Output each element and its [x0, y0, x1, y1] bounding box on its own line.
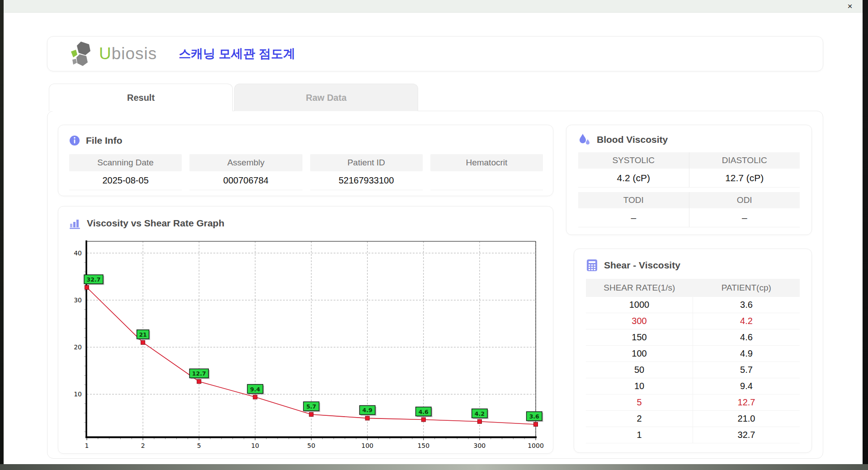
chart-marker [141, 340, 145, 344]
chart-marker [85, 286, 89, 290]
desktop-edge-left [0, 0, 4, 470]
patient-cell: 9.4 [693, 378, 800, 394]
blood-viscosity-header: Blood Viscosity [578, 133, 800, 146]
shear-rate-cell: 50 [586, 362, 693, 378]
blood-viscosity-cell-label: DIASTOLIC [689, 152, 800, 169]
shear-table-row: 505.7 [586, 362, 800, 378]
shear-viscosity-header: Shear - Viscosity [586, 259, 800, 272]
chart-x-tick-label: 50 [307, 442, 316, 449]
blood-viscosity-gap [578, 188, 800, 192]
ubiosis-logo-icon [68, 40, 96, 67]
patient-cell: 4.2 [693, 313, 800, 329]
shear-rate-cell: 5 [586, 395, 693, 410]
file-info-field: Assembly000706784 [189, 154, 302, 190]
file-info-field-value [430, 171, 543, 190]
shear-table-header-cell: SHEAR RATE(1/s) [586, 279, 693, 297]
shear-rate-cell: 150 [586, 329, 693, 345]
shear-table-row: 3004.2 [586, 313, 800, 329]
file-info-field: Scanning Date2025-08-05 [69, 154, 182, 190]
patient-cell: 4.6 [693, 329, 800, 345]
patient-cell: 12.7 [693, 395, 800, 410]
chart-x-tick-label: 10 [251, 442, 259, 449]
shear-rate-cell: 10 [586, 378, 693, 394]
shear-table-row: 512.7 [586, 395, 800, 411]
chart-marker [421, 418, 425, 422]
chart-point-label: 9.4 [250, 386, 260, 393]
blood-viscosity-value-row: 4.2 (cP)12.7 (cP) [578, 169, 800, 188]
chart-y-tick-label: 20 [74, 343, 82, 351]
patient-cell: 21.0 [693, 411, 800, 427]
file-info-field: Patient ID52167933100 [310, 154, 423, 190]
file-info-fields: Scanning Date2025-08-05Assembly000706784… [69, 154, 543, 190]
chart-point-label: 5.7 [306, 403, 316, 410]
chart-x-tick-label: 2 [141, 442, 145, 449]
chart-point-label: 4.2 [475, 410, 485, 417]
window-close-button[interactable]: × [844, 0, 856, 12]
logo-text-u: U [99, 44, 112, 63]
bar-chart-icon [69, 217, 81, 229]
tab-result[interactable]: Result [49, 84, 233, 111]
chart-y-tick-label: 10 [74, 390, 82, 398]
chart-point-label: 4.9 [363, 407, 373, 414]
chart-marker [253, 395, 257, 399]
file-info-title: File Info [86, 135, 123, 146]
ubiosis-logo: Ubiosis [68, 40, 157, 67]
chart-marker [197, 380, 201, 384]
shear-table-row: 1004.9 [586, 346, 800, 362]
blood-viscosity-cell-label: SYSTOLIC [578, 152, 689, 169]
shear-table-header-row: SHEAR RATE(1/s)PATIENT(cp) [586, 279, 800, 297]
chart-marker [365, 416, 369, 420]
blood-viscosity-cell-value: – [578, 208, 689, 227]
blood-viscosity-cell-label: TODI [578, 192, 689, 208]
window-titlebar: × [4, 0, 863, 13]
shear-table-header-cell: PATIENT(cp) [693, 279, 800, 297]
blood-viscosity-card: Blood Viscosity SYSTOLICDIASTOLIC4.2 (cP… [566, 125, 812, 235]
shear-viscosity-table: SHEAR RATE(1/s)PATIENT(cp)10003.63004.21… [586, 279, 800, 443]
shear-table-row: 221.0 [586, 411, 800, 427]
file-info-field-label: Hematocrit [430, 154, 543, 171]
app-title: 스캐닝 모세관 점도계 [179, 46, 295, 62]
tab-raw-data[interactable]: Raw Data [234, 84, 418, 111]
chart-marker [477, 419, 481, 423]
tab-bar: Result Raw Data [49, 84, 418, 111]
blood-viscosity-label-row: SYSTOLICDIASTOLIC [578, 152, 800, 169]
logo-text-rest: biosis [112, 44, 157, 63]
shear-rate-cell: 2 [586, 411, 693, 427]
app-window: × Ubiosis 스캐닝 모세관 점도계 Result Raw Data [0, 0, 868, 470]
blood-viscosity-cell-value: – [689, 208, 800, 227]
chart-point-label: 4.6 [419, 409, 429, 415]
info-icon [69, 135, 80, 146]
patient-cell: 4.9 [693, 346, 800, 362]
shear-rate-cell: 1 [586, 427, 693, 443]
patient-cell: 5.7 [693, 362, 800, 378]
logo-text: Ubiosis [99, 44, 157, 63]
blood-viscosity-label-row: TODIODI [578, 192, 800, 208]
blood-viscosity-value-row: –– [578, 208, 800, 227]
chart-x-tick-label: 300 [474, 442, 486, 449]
chart-point-label: 21 [139, 331, 146, 338]
shear-rate-cell: 1000 [586, 297, 693, 313]
main-panel: File Info Scanning Date2025-08-05Assembl… [47, 111, 823, 459]
file-info-field: Hematocrit [430, 154, 543, 190]
chart-x-tick-label: 100 [361, 442, 373, 449]
chart-x-tick-label: 1 [85, 442, 89, 449]
chart-marker [309, 413, 313, 417]
chart-y-tick-label: 30 [74, 296, 82, 304]
desktop-edge-right [863, 0, 868, 470]
shear-rate-cell: 100 [586, 346, 693, 362]
file-info-field-label: Patient ID [310, 154, 423, 171]
chart-point-label: 32.7 [87, 276, 101, 283]
blood-viscosity-table: SYSTOLICDIASTOLIC4.2 (cP)12.7 (cP)TODIOD… [578, 152, 800, 227]
chart-x-tick-label: 150 [417, 442, 429, 449]
file-info-card: File Info Scanning Date2025-08-05Assembl… [58, 125, 553, 196]
shear-table-row: 109.4 [586, 378, 800, 395]
shear-viscosity-title: Shear - Viscosity [604, 260, 680, 271]
file-info-field-label: Scanning Date [69, 154, 182, 171]
chart-y-tick-label: 40 [74, 249, 82, 257]
droplets-icon [578, 133, 591, 146]
shear-rate-cell: 300 [586, 313, 693, 329]
header-card: Ubiosis 스캐닝 모세관 점도계 [47, 36, 823, 71]
blood-viscosity-cell-label: ODI [689, 192, 800, 208]
file-info-field-value: 2025-08-05 [69, 171, 182, 190]
blood-viscosity-cell-value: 4.2 (cP) [578, 169, 689, 188]
